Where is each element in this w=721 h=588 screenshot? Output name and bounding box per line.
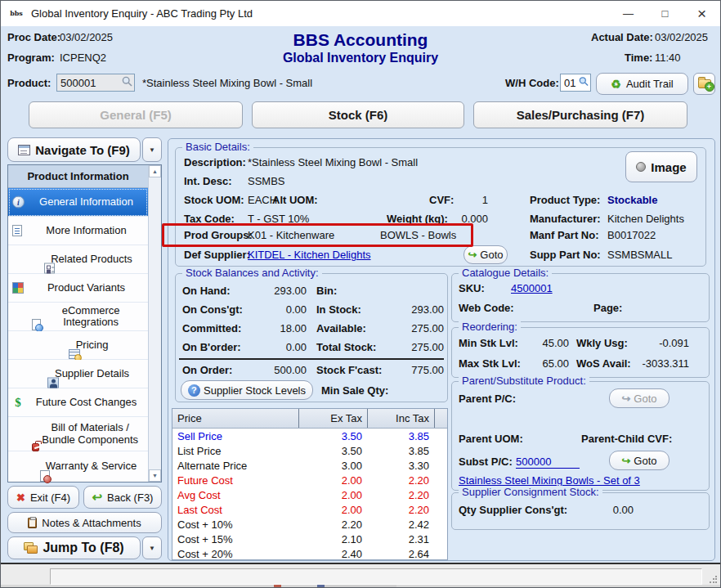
min-stk-label: Min Stk Lvl: xyxy=(459,337,518,349)
in-stock-value: 293.00 xyxy=(372,303,444,316)
subst-pc-link[interactable]: 500000 xyxy=(516,456,580,469)
tab-stock[interactable]: Stock (F6) xyxy=(252,101,464,128)
audit-trail-button[interactable]: ♻ Audit Trail xyxy=(596,73,688,95)
weight-label: Weight (kg): xyxy=(387,213,448,225)
sidebar-item-related-products[interactable]: Related Products xyxy=(8,245,148,274)
product-description: *Stainless Steel Mixing Bowl - Small xyxy=(142,77,312,89)
sidebar-item-supplier-details[interactable]: Supplier Details xyxy=(8,360,148,388)
navigate-dropdown-button[interactable]: ▼ xyxy=(142,137,162,162)
wkly-usg-value: -0.091 xyxy=(630,337,689,349)
navigate-to-button[interactable]: Navigate To (F9) xyxy=(7,137,141,162)
time-value: 11:40 xyxy=(655,52,681,64)
navigation-list: Product Information i General Informatio… xyxy=(7,164,162,483)
stock-uom-label: Stock UOM: xyxy=(184,194,244,206)
sidebar-item-pricing[interactable]: Pricing xyxy=(8,331,148,360)
new-folder-button[interactable] xyxy=(693,73,715,95)
scroll-down-icon[interactable]: ▼ xyxy=(149,469,161,482)
minimize-button[interactable]: — xyxy=(610,1,647,26)
goto-arrow-icon: ↪ xyxy=(621,393,630,405)
sidebar-item-ecommerce-integrations[interactable]: eCommerce Integrations xyxy=(8,303,148,331)
dollar-icon: $ xyxy=(12,397,24,409)
price-table-header: Price Ex Tax Inc Tax xyxy=(172,409,447,429)
wh-search-icon[interactable] xyxy=(579,77,589,89)
supplier-stock-levels-button[interactable]: ? Supplier Stock Levels xyxy=(181,380,313,400)
notes-attachments-button[interactable]: Notes & Attachments xyxy=(7,512,162,533)
supp-part-label: Supp Part No: xyxy=(530,249,601,261)
reordering-group: Reordering: Min Stk Lvl: 45.00 Wkly Usg:… xyxy=(451,327,710,378)
wh-code-label: W/H Code: xyxy=(505,77,559,89)
sku-label: SKU: xyxy=(459,282,485,294)
parent-goto-button[interactable]: ↪ Goto xyxy=(609,388,670,408)
def-supplier-link[interactable]: KITDEL - Kitchen Delights xyxy=(248,249,371,261)
maximize-button[interactable]: □ xyxy=(647,1,683,26)
supplier-consignment-legend: Supplier Consignment Stock: xyxy=(459,486,602,498)
title-bar: bbs Global Inventory Enquiry - ABC Tradi… xyxy=(1,1,720,26)
clipboard-icon xyxy=(28,518,37,528)
reordering-legend: Reordering: xyxy=(459,321,521,333)
notes-label: Notes & Attachments xyxy=(42,517,141,529)
pricing-table-icon xyxy=(69,349,80,359)
jump-dropdown-button[interactable]: ▼ xyxy=(142,536,162,559)
audit-trail-label: Audit Trail xyxy=(626,78,674,90)
tab-sales-purchasing[interactable]: Sales/Purchasing (F7) xyxy=(473,101,687,128)
sidebar-item-label: eCommerce Integrations xyxy=(37,305,145,329)
sidebar-item-product-variants[interactable]: Product Variants xyxy=(8,274,148,303)
catalogue-legend: Catalogue Details: xyxy=(459,267,552,279)
actual-date-value: 03/02/2025 xyxy=(655,31,708,43)
status-message-panel xyxy=(50,568,702,585)
wkly-usg-label: Wkly Usg: xyxy=(576,337,628,349)
price-row: Cost + 10%2.202.42 xyxy=(172,517,447,532)
supplier-consignment-group: Supplier Consignment Stock: Qty Supplier… xyxy=(451,492,710,530)
sidebar-item-label: General Information xyxy=(39,196,133,208)
sidebar-item-bill-of-materials[interactable]: Bill of Materials / Bundle Components xyxy=(8,417,148,451)
cvf-value: 1 xyxy=(454,194,488,206)
image-button[interactable]: Image xyxy=(625,151,697,182)
on-order-label: On Order: xyxy=(182,364,232,376)
sidebar-item-general-information[interactable]: i General Information xyxy=(8,188,148,217)
stock-divider xyxy=(179,358,444,360)
price-row: Sell Price3.503.85 xyxy=(172,429,447,443)
exit-button[interactable]: ✖ Exit (F4) xyxy=(7,486,79,509)
weight-value: 0.000 xyxy=(454,213,488,225)
subst-goto-button[interactable]: ↪ Goto xyxy=(609,451,670,470)
tab-general[interactable]: General (F5) xyxy=(29,101,243,128)
on-hand-label: On Hand: xyxy=(182,285,231,297)
taskbar-sliver xyxy=(1,585,720,587)
price-row: List Price3.503.85 xyxy=(172,443,447,458)
on-consgt-label: On Cons'gt: xyxy=(182,303,243,316)
resize-grip[interactable] xyxy=(709,576,717,584)
price-row: Alternate Price3.003.30 xyxy=(172,458,447,473)
sidebar-item-label: More Information xyxy=(46,225,126,236)
price-table: Price Ex Tax Inc Tax Sell Price3.503.85 … xyxy=(172,408,448,560)
committed-value: 18.00 xyxy=(249,322,307,334)
question-icon: ? xyxy=(188,384,200,397)
more-information-icon xyxy=(12,225,22,236)
def-supplier-goto-button[interactable]: ↪ Goto xyxy=(464,245,508,264)
jump-to-button[interactable]: Jump To (F8) xyxy=(7,536,141,559)
sku-link[interactable]: 4500001 xyxy=(511,282,553,294)
screen-title: Global Inventory Enquiry xyxy=(283,51,438,65)
product-search-icon[interactable] xyxy=(122,76,132,89)
sidebar-item-label: Pricing xyxy=(76,339,109,351)
on-border-value: 0.00 xyxy=(249,341,307,353)
sidebar-item-more-information[interactable]: More Information xyxy=(8,217,148,245)
price-row: Last Cost2.002.20 xyxy=(172,502,447,517)
description-value: *Stainless Steel Mixing Bowl - Small xyxy=(248,156,418,168)
catalogue-details-group: Catalogue Details: SKU: 4500001 Web Code… xyxy=(451,273,710,322)
on-border-label: On B'order: xyxy=(182,341,241,353)
product-variants-icon xyxy=(12,282,24,294)
parent-uom-label: Parent UOM: xyxy=(459,433,523,445)
sidebar-item-warranty-service[interactable]: Warranty & Service xyxy=(8,451,148,482)
back-button[interactable]: ↩ Back (F3) xyxy=(83,486,162,509)
sidebar-item-label: Warranty & Service xyxy=(46,460,137,472)
sidebar-scrollbar[interactable]: ▲ ▼ xyxy=(148,165,161,482)
on-hand-value: 293.00 xyxy=(249,285,307,297)
sidebar-item-future-cost-changes[interactable]: $ Future Cost Changes xyxy=(8,388,148,417)
col-ex-tax: Ex Tax xyxy=(298,409,367,428)
proc-date-value: 03/02/2025 xyxy=(60,31,113,43)
scroll-up-icon[interactable]: ▲ xyxy=(149,165,161,177)
close-button[interactable]: × xyxy=(683,1,720,26)
tax-code-value: T - GST 10% xyxy=(248,213,309,225)
substitute-product-link[interactable]: Stainless Steel Mixing Bowls - Set of 3 xyxy=(459,474,640,487)
ecommerce-globe-icon xyxy=(32,319,41,330)
